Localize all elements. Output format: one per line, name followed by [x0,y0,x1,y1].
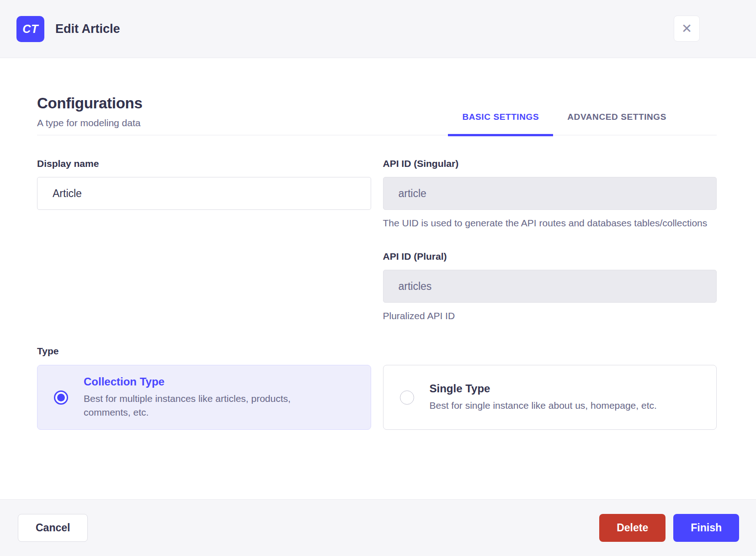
close-icon: ✕ [681,22,692,35]
delete-button[interactable]: Delete [599,514,665,542]
radio-dot-icon [57,394,65,401]
collection-type-text: Collection Type Best for multiple instan… [84,375,340,419]
single-type-radio[interactable] [400,390,414,405]
section-title: Configurations [37,95,142,112]
collection-type-title: Collection Type [84,375,340,388]
display-name-label: Display name [37,158,371,169]
modal-body: Configurations A type for modeling data … [0,58,756,499]
type-label: Type [37,346,717,357]
single-type-text: Single Type Best for single instance lik… [430,382,657,412]
content-type-badge-label: CT [22,22,38,36]
section-head: Configurations A type for modeling data … [37,58,717,135]
modal-header: CT Edit Article ✕ [0,0,756,58]
api-id-singular-hint: The UID is used to generate the API rout… [383,216,717,230]
api-id-singular-field: API ID (Singular) The UID is used to gen… [383,158,717,230]
collection-type-radio[interactable] [54,390,68,405]
api-id-plural-input [383,270,717,303]
modal-footer: Cancel Delete Finish [0,499,756,556]
content-type-badge-icon: CT [16,16,44,42]
type-options: Collection Type Best for multiple instan… [37,365,717,430]
api-id-plural-field: API ID (Plural) Pluralized API ID [383,251,717,323]
tab-advanced-settings[interactable]: ADVANCED SETTINGS [553,112,681,135]
tab-basic-settings[interactable]: BASIC SETTINGS [448,112,553,135]
single-type-option[interactable]: Single Type Best for single instance lik… [383,365,717,430]
display-name-input[interactable] [37,177,371,210]
form-column-left: Display name [37,158,371,323]
section-titles: Configurations A type for modeling data [37,95,142,135]
close-button[interactable]: ✕ [674,16,700,42]
section-subtitle: A type for modeling data [37,118,142,135]
collection-type-option[interactable]: Collection Type Best for multiple instan… [37,365,371,430]
configuration-form: Display name API ID (Singular) The UID i… [37,158,717,323]
modal-title: Edit Article [55,22,120,36]
single-type-description: Best for single instance like about us, … [430,399,657,412]
collection-type-description: Best for multiple instances like article… [84,392,340,419]
footer-actions: Delete Finish [599,514,739,542]
finish-button[interactable]: Finish [673,514,739,542]
type-section: Type Collection Type Best for multiple i… [37,346,717,430]
display-name-field: Display name [37,158,371,210]
settings-tabs: BASIC SETTINGS ADVANCED SETTINGS [448,112,681,135]
modal-header-left: CT Edit Article [16,16,120,42]
api-id-singular-input [383,177,717,210]
single-type-title: Single Type [430,382,657,395]
api-id-plural-hint: Pluralized API ID [383,309,717,323]
edit-content-type-modal: CT Edit Article ✕ Configurations A type … [0,0,756,556]
cancel-button[interactable]: Cancel [18,514,88,542]
api-id-singular-label: API ID (Singular) [383,158,717,169]
form-column-right: API ID (Singular) The UID is used to gen… [383,158,717,323]
api-id-plural-label: API ID (Plural) [383,251,717,262]
